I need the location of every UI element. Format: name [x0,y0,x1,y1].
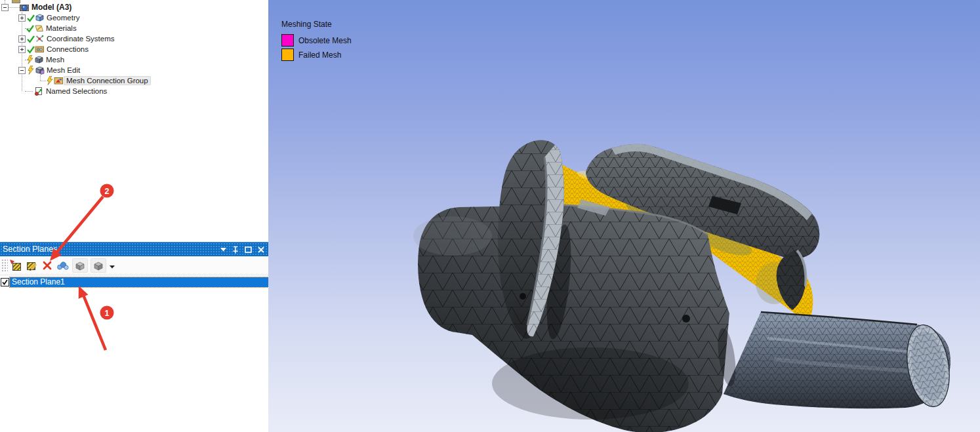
tree-item-mesh-edit[interactable]: Mesh Edit [18,65,82,75]
lightning-icon [27,66,35,75]
tree-item-mesh[interactable]: Mesh [26,54,66,65]
section-plane-checkbox[interactable] [1,278,9,286]
legend-entry-label: Failed Mesh [298,50,341,60]
ansys-mechanical-window: Model (A3) Geometry Materials Coordinate… [0,0,980,432]
tree-item-connections[interactable]: Connections [18,44,91,54]
tree-item-label[interactable]: Connections [45,45,91,53]
tree-item-label[interactable]: Geometry [45,14,82,22]
tree-item-label[interactable]: Model (A3) [30,3,73,12]
tree-item-label[interactable]: Mesh Edit [45,66,82,74]
tree-item-materials[interactable]: Materials [26,23,79,33]
tree-item-mesh-connection-group[interactable]: Mesh Connection Group [46,75,151,86]
check-icon [27,14,35,22]
lightning-icon [46,76,54,85]
tree-connector [40,81,46,81]
tree-item-model[interactable]: Model (A3) [1,2,73,12]
show-whole-elements-button[interactable] [55,258,71,273]
tree-item-geometry[interactable]: Geometry [18,12,82,23]
window-menu-chevron-down-icon[interactable] [220,248,226,252]
valve-body [413,199,729,432]
connections-icon [35,45,45,54]
checkmark-icon [2,279,8,285]
obsolete-mesh-swatch [281,34,294,47]
legend-entry-label: Obsolete Mesh [298,36,352,45]
section-plane-row[interactable]: Section Plane1 [0,277,268,288]
failed-mesh-swatch [281,49,294,61]
tree-item-named-selections[interactable]: Named Selections [34,86,109,96]
tree-item-label[interactable]: Mesh Connection Group [64,76,151,85]
body-dimple [682,315,690,323]
coordinate-systems-icon [35,34,45,43]
legend-entry-obsolete-mesh: Obsolete Mesh [281,34,352,47]
delete-section-plane-button[interactable] [39,258,55,273]
check-icon [27,45,35,54]
outlet-pipe [715,312,955,410]
expand-expander-icon[interactable] [18,35,26,43]
tree-item-label[interactable]: Materials [44,24,79,32]
meshing-state-legend: Meshing State Obsolete Mesh Failed Mesh [281,20,352,63]
mesh-edit-icon [35,66,45,75]
collapse-expander-icon[interactable] [1,4,9,11]
section-planes-titlebar[interactable]: Section Planes [0,242,268,256]
expand-expander-icon[interactable] [18,46,26,53]
tree-connector [40,75,41,81]
lightning-icon [26,55,34,64]
close-icon[interactable] [258,246,264,253]
tree-connector [25,91,33,92]
legend-entry-failed-mesh: Failed Mesh [281,49,352,61]
legend-title: Meshing State [281,20,352,29]
check-icon [26,24,34,33]
named-selections-icon [34,87,44,96]
toolbar-more-options-button[interactable] [108,258,117,273]
section-solid-b-button[interactable] [91,258,106,273]
mesh-model-canvas [268,0,980,432]
section-planes-title: Section Planes [3,245,57,254]
new-section-plane-button[interactable] [8,258,24,273]
toolbar-grip-handle[interactable] [1,259,8,272]
tree-item-label[interactable]: Mesh [44,56,66,64]
maximize-icon[interactable] [245,246,252,253]
mesh-model [413,140,954,432]
mesh-connection-group-icon [54,76,64,85]
edit-section-plane-button[interactable] [24,258,39,273]
check-icon [27,35,35,43]
materials-icon [34,24,44,33]
section-solid-a-button[interactable] [72,258,88,273]
model-icon [20,3,30,12]
body-dimple [520,293,526,300]
section-planes-toolbar [0,256,268,275]
tree-item-coordinate-systems[interactable]: Coordinate Systems [18,33,117,44]
mesh-icon [34,55,44,64]
tree-item-label[interactable]: Named Selections [44,87,109,95]
section-plane-item-label[interactable]: Section Plane1 [10,277,268,287]
expand-expander-icon[interactable] [18,14,26,22]
section-planes-window: Section Planes [0,242,268,288]
geometry-icon [35,13,45,22]
outline-pane: Model (A3) Geometry Materials Coordinate… [0,0,269,432]
tree-item-label[interactable]: Coordinate Systems [45,35,117,43]
viewport-3d[interactable]: Meshing State Obsolete Mesh Failed Mesh [268,0,980,432]
pin-icon[interactable] [232,246,239,254]
collapse-expander-icon[interactable] [18,67,26,74]
